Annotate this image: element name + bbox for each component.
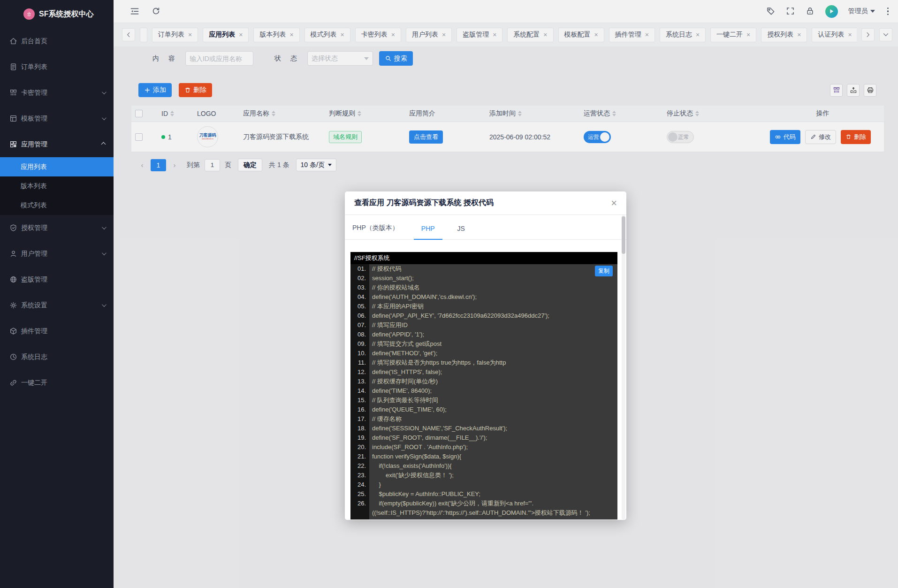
line-number: 25. (350, 489, 369, 499)
line-number: 10. (350, 349, 369, 358)
modal-header: 查看应用 刀客源码资源下载系统 授权代码 × (345, 191, 626, 215)
modal-scrollbar-track[interactable] (622, 215, 625, 519)
code-line: 20. include(SF_ROOT . 'AuthInfo.php'); (350, 443, 617, 452)
line-text: define('IS_HTTPS', false); (369, 367, 617, 377)
code-line: 05. // 本应用的API密钥 (350, 302, 617, 311)
code-language-tab-label: PHP（类版本） (352, 224, 399, 231)
line-number: 04. (350, 292, 369, 302)
code-line: 12. define('IS_HTTPS', false); (350, 367, 617, 377)
code-language-tab[interactable]: PHP（类版本） (345, 224, 406, 239)
line-number: 01. (350, 264, 369, 274)
line-text: } (369, 480, 617, 489)
code-language-tabs: PHP（类版本） PHP JS (345, 215, 626, 240)
line-number: 14. (350, 386, 369, 396)
code-language-tab-label: JS (457, 225, 465, 232)
line-number: 22. (350, 461, 369, 471)
line-number: 08. (350, 330, 369, 339)
line-text: function verifySign($data, $sign){ (369, 452, 617, 461)
line-text: // 授权缓存时间(单位/秒) (369, 377, 617, 386)
line-text: session_start(); (369, 274, 617, 283)
line-number: 06. (350, 311, 369, 321)
line-number: 16. (350, 405, 369, 414)
line-text: define('SF_ROOT', dirname(__FILE__).'/')… (369, 433, 617, 443)
code-block-title: //SF授权系统 (350, 252, 617, 264)
modal-scrollbar-thumb[interactable] (622, 216, 625, 254)
code-block: //SF授权系统 复制 01. // 授权代码 02. session_star… (350, 252, 617, 519)
line-number: 11. (350, 358, 369, 367)
code-line: 09. // 填写提交方式 get或post (350, 339, 617, 349)
app-root: SF系统授权中心 后台首页 订单列表 卡密管理 模板管理 (0, 0, 898, 588)
code-line: 15. // 队列查询最长等待时间 (350, 396, 617, 405)
code-lines: 01. // 授权代码 02. session_start(); 03. // … (350, 264, 617, 518)
line-number: 12. (350, 367, 369, 377)
code-line: 14. define('TIME', 86400); (350, 386, 617, 396)
modal-title: 查看应用 刀客源码资源下载系统 授权代码 (354, 198, 494, 208)
code-line: 10. define('METHOD', 'get'); (350, 349, 617, 358)
code-line: 21. function verifySign($data, $sign){ (350, 452, 617, 461)
line-text: include(SF_ROOT . 'AuthInfo.php'); (369, 443, 617, 452)
line-text: define('APPID', '1'); (369, 330, 617, 339)
line-number: 18. (350, 424, 369, 433)
line-text: // 缓存名称 (369, 414, 617, 424)
line-text: // 填写应用ID (369, 321, 617, 330)
line-text: // 本应用的API密钥 (369, 302, 617, 311)
line-text: define('APP_API_KEY', '7d662fcc23109a622… (369, 311, 617, 321)
line-text: if(!class_exists('AuthInfo')){ (369, 461, 617, 471)
code-line: 08. define('APPID', '1'); (350, 330, 617, 339)
line-number: 20. (350, 443, 369, 452)
line-text: define('QUEUE_TIME', 60); (369, 405, 617, 414)
auth-code-modal: 查看应用 刀客源码资源下载系统 授权代码 × PHP（类版本） PHP JS /… (345, 191, 626, 520)
code-language-tab-label: PHP (421, 225, 435, 232)
line-number: 23. (350, 471, 369, 480)
line-number: 03. (350, 283, 369, 292)
line-text: exit('缺少授权信息类！ '); (369, 471, 617, 480)
line-number: 24. (350, 480, 369, 489)
code-line: 13. // 授权缓存时间(单位/秒) (350, 377, 617, 386)
code-language-tab[interactable]: PHP (414, 225, 442, 239)
code-line: 16. define('QUEUE_TIME', 60); (350, 405, 617, 414)
code-line: 18. define('SESSION_NAME','SF_CheckAuthR… (350, 424, 617, 433)
code-line: 01. // 授权代码 (350, 264, 617, 274)
code-line: 25. $publicKey = AuthInfo::PUBLIC_KEY; (350, 489, 617, 499)
copy-button[interactable]: 复制 (595, 266, 613, 276)
line-number: 21. (350, 452, 369, 461)
line-number: 15. (350, 396, 369, 405)
code-line: 19. define('SF_ROOT', dirname(__FILE__).… (350, 433, 617, 443)
line-number: 05. (350, 302, 369, 311)
line-number: 13. (350, 377, 369, 386)
code-line: 04. define('AUTH_DOMAIN','cs.dkewl.cn'); (350, 292, 617, 302)
line-number: 26. (350, 499, 369, 518)
code-line: 03. // 你的授权站域名 (350, 283, 617, 292)
line-text: // 授权代码 (369, 264, 617, 274)
code-line: 22. if(!class_exists('AuthInfo')){ (350, 461, 617, 471)
line-text: // 填写提交方式 get或post (369, 339, 617, 349)
line-text: define('METHOD', 'get'); (369, 349, 617, 358)
code-line: 07. // 填写应用ID (350, 321, 617, 330)
code-line: 02. session_start(); (350, 274, 617, 283)
code-line: 17. // 缓存名称 (350, 414, 617, 424)
modal-body: //SF授权系统 复制 01. // 授权代码 02. session_star… (345, 240, 626, 519)
line-number: 07. (350, 321, 369, 330)
line-number: 02. (350, 274, 369, 283)
code-line: 11. // 填写授权站是否为https true为https，false为ht… (350, 358, 617, 367)
code-line: 23. exit('缺少授权信息类！ '); (350, 471, 617, 480)
line-number: 09. (350, 339, 369, 349)
line-text: define('AUTH_DOMAIN','cs.dkewl.cn'); (369, 292, 617, 302)
code-line: 06. define('APP_API_KEY', '7d662fcc23109… (350, 311, 617, 321)
line-text: // 填写授权站是否为https true为https，false为http (369, 358, 617, 367)
line-text: define('TIME', 86400); (369, 386, 617, 396)
line-text: if(empty($publicKey)) exit('缺少公玥，请重新到<a … (369, 499, 617, 518)
line-text: define('SESSION_NAME','SF_CheckAuthResul… (369, 424, 617, 433)
code-language-tab[interactable]: JS (450, 225, 472, 239)
line-text: // 队列查询最长等待时间 (369, 396, 617, 405)
line-number: 19. (350, 433, 369, 443)
line-text: $publicKey = AuthInfo::PUBLIC_KEY; (369, 489, 617, 499)
code-line: 24. } (350, 480, 617, 489)
close-icon[interactable]: × (611, 198, 617, 208)
line-number: 17. (350, 414, 369, 424)
code-line: 26. if(empty($publicKey)) exit('缺少公玥，请重新… (350, 499, 617, 518)
line-text: // 你的授权站域名 (369, 283, 617, 292)
